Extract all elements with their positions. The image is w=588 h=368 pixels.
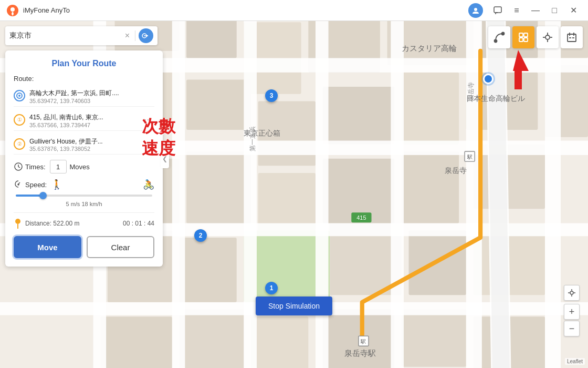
speed-thumb[interactable]	[39, 192, 47, 199]
zoom-controls: + −	[564, 285, 580, 336]
waypoint-1-icon: ①	[14, 114, 25, 126]
user-avatar[interactable]	[468, 3, 483, 18]
map-marker-1: 1	[265, 282, 278, 294]
svg-point-81	[545, 35, 550, 39]
svg-point-97	[15, 219, 20, 224]
waypoint-2-coords: 35.637876, 139.738052	[29, 146, 142, 152]
move-button[interactable]: Move	[14, 236, 81, 258]
waypoint-0-icon	[14, 90, 25, 101]
svg-marker-91	[513, 50, 529, 71]
svg-text:カスタリア高輪: カスタリア高輪	[402, 44, 457, 53]
leaflet-attribution: Leaflet	[565, 358, 585, 365]
svg-rect-86	[568, 34, 576, 42]
search-clear-button[interactable]: ×	[123, 31, 132, 40]
svg-text:415: 415	[356, 214, 366, 221]
panel-title: Plan Your Route	[14, 59, 154, 68]
locate-button[interactable]	[564, 285, 580, 301]
svg-text:泉岳寺駅: 泉岳寺駅	[344, 349, 376, 357]
distance-row: Distance: 522.00 m 00 : 01 : 44	[14, 212, 154, 230]
svg-point-2	[474, 8, 477, 11]
gps-button[interactable]	[537, 26, 559, 48]
svg-rect-51	[244, 21, 257, 368]
distance-text: Distance: 522.00 m	[25, 220, 123, 227]
svg-rect-22	[186, 151, 251, 223]
svg-rect-92	[514, 71, 522, 89]
search-input[interactable]	[9, 32, 123, 40]
search-divider	[135, 30, 135, 41]
chinese-overlay: 次數 速度	[142, 116, 175, 159]
svg-rect-23	[258, 173, 316, 230]
svg-point-94	[18, 95, 20, 97]
maximize-button[interactable]: □	[546, 2, 563, 19]
waypoint-2: ② Gulliver's House, 伊皿子... 35.637876, 13…	[14, 135, 154, 155]
history-button[interactable]	[561, 26, 583, 48]
svg-rect-8	[186, 21, 237, 58]
map-toolbar	[488, 26, 583, 48]
clear-button[interactable]: Clear	[87, 236, 154, 258]
svg-rect-79	[519, 38, 523, 42]
waypoint-2-name: Gulliver's House, 伊皿子...	[29, 137, 142, 146]
svg-rect-18	[402, 73, 459, 145]
speed-icon	[14, 180, 23, 189]
controls-section: Times: 1 Moves Speed: 🚶	[14, 160, 154, 207]
search-go-button[interactable]	[139, 28, 153, 43]
distance-pin-icon	[14, 217, 22, 230]
zoom-in-button[interactable]: +	[564, 304, 580, 320]
bottom-buttons: Move Clear	[14, 236, 154, 258]
speed-header: Speed: 🚶 🚴	[14, 179, 154, 190]
app-title: iMyFone AnyTo	[23, 6, 468, 14]
speed-label: Speed:	[25, 181, 47, 189]
chinese-text-line1: 次數	[142, 116, 175, 138]
multi-stop-button[interactable]	[512, 26, 534, 48]
chat-button[interactable]	[489, 2, 506, 19]
times-label: Times:	[14, 162, 46, 171]
svg-rect-15	[186, 79, 251, 130]
times-row: Times: 1 Moves	[14, 160, 154, 173]
svg-text:日本生命高輪ビル: 日本生命高輪ビル	[466, 95, 525, 103]
red-arrow	[505, 50, 531, 95]
speed-track	[16, 195, 152, 197]
times-icon	[14, 162, 23, 171]
stop-simulation-button[interactable]: Stop Simulation	[256, 297, 332, 315]
bike-icon: 🚴	[143, 179, 154, 190]
svg-point-76	[502, 33, 505, 35]
waypoint-0-text: 高輪大木戸趾, 第一京浜, 田町.... 35.639472, 139.7406…	[29, 89, 154, 104]
svg-rect-37	[402, 310, 466, 367]
svg-rect-3	[494, 7, 501, 13]
waypoint-2-icon: ②	[14, 138, 25, 150]
times-value[interactable]: 1	[50, 160, 67, 173]
svg-text:東京正心箱: 東京正心箱	[244, 129, 280, 137]
walk-icon: 🚶	[51, 179, 62, 190]
zoom-out-button[interactable]: −	[564, 321, 580, 336]
svg-point-75	[495, 40, 497, 43]
search-bar: ×	[5, 26, 158, 45]
map-marker-3: 3	[265, 89, 278, 102]
svg-rect-34	[179, 310, 244, 368]
speed-slider-container	[14, 195, 154, 197]
route-mode-button[interactable]	[488, 26, 510, 48]
svg-text:泉岳寺: 泉岳寺	[445, 167, 467, 175]
menu-button[interactable]: ≡	[508, 2, 525, 19]
map-area[interactable]: 第一京浜 泉岳寺 415 駅 駅 駅 カスタリア高輪 日本生命高輪ビル 東京正心…	[0, 21, 588, 368]
chinese-text-line2: 速度	[142, 138, 175, 160]
speed-row: Speed: 🚶 🚴 5 m/s 18 km/h	[14, 179, 154, 207]
window-controls: ≡ — □ ✕	[468, 2, 582, 19]
location-dot	[483, 74, 494, 84]
waypoint-0-coords: 35.639472, 139.740603	[29, 98, 154, 104]
waypoint-1: ① 415, 品川, 南青山6, 東京... 35.637566, 139.73…	[14, 111, 154, 131]
svg-rect-29	[179, 238, 236, 302]
svg-rect-78	[524, 33, 528, 37]
svg-rect-55	[545, 21, 561, 368]
side-panel: Plan Your Route Route: 高輪大木戸趾, 第一京浜, 田町.…	[5, 50, 163, 267]
waypoint-1-text: 415, 品川, 南青山6, 東京... 35.637566, 139.7394…	[29, 113, 142, 128]
svg-text:駅: 駅	[360, 339, 366, 344]
speed-value-text: 5 m/s 18 km/h	[14, 201, 154, 207]
waypoint-0: 高輪大木戸趾, 第一京浜, 田町.... 35.639472, 139.7406…	[14, 87, 154, 107]
moves-label: Moves	[70, 163, 90, 171]
svg-rect-77	[519, 33, 523, 37]
waypoint-1-name: 415, 品川, 南青山6, 東京...	[29, 113, 142, 122]
close-button[interactable]: ✕	[565, 2, 582, 19]
minimize-button[interactable]: —	[527, 2, 544, 19]
map-marker-2: 2	[194, 229, 207, 242]
svg-rect-25	[402, 151, 459, 223]
